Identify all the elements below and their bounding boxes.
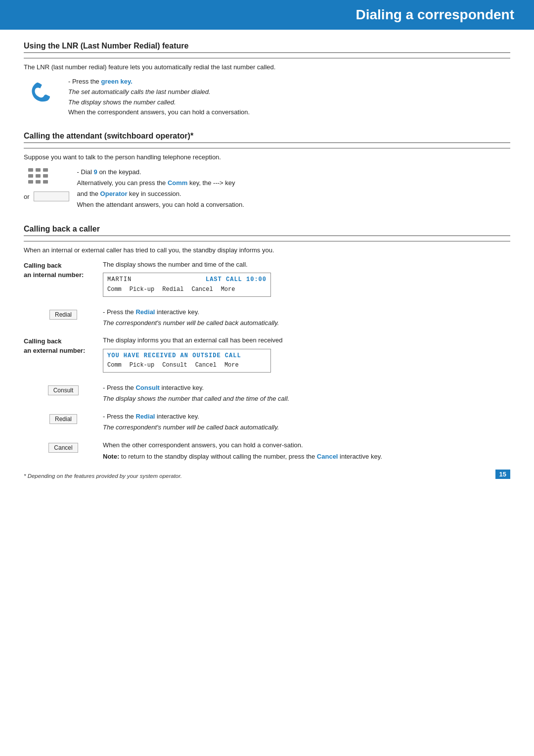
lnr-normal1: When the correspondent answers, you can …: [68, 107, 250, 118]
attendant-row: or - Dial 9 on the keypad. Alternatively…: [24, 167, 510, 210]
redial-int-key-name: Redial: [135, 308, 155, 316]
svg-rect-2: [43, 168, 48, 172]
cancel-button[interactable]: Cancel: [48, 443, 78, 453]
svg-rect-1: [36, 168, 41, 172]
callback-internal-desc: The display shows the number and time of…: [103, 260, 510, 270]
when-text: When the other correspondent answers, yo…: [103, 440, 510, 451]
callback-divider: [24, 241, 510, 241]
ext-menu-consult: Consult: [162, 361, 187, 370]
note-label: Note:: [103, 453, 119, 460]
consult-key-name: Consult: [135, 384, 159, 391]
redial-ext-button[interactable]: Redial: [49, 414, 77, 424]
keypad-svg: [25, 166, 51, 188]
svg-rect-8: [43, 180, 48, 184]
menu-cancel: Cancel: [191, 285, 213, 294]
ext-menu-more: More: [224, 361, 239, 370]
or-row: or: [24, 191, 69, 201]
attendant-section: Calling the attendant (switchboard opera…: [24, 132, 510, 210]
display-outside: YOU HAVE RECEIVED AN OUTSIDE CALL: [107, 351, 241, 361]
menu-comm: Comm: [107, 285, 122, 294]
cancel-content: When the other correspondent answers, yo…: [103, 440, 510, 462]
lnr-row: - Press the green key. The set automatic…: [24, 77, 510, 118]
svg-rect-0: [28, 168, 33, 172]
lnr-steps: - Press the green key. The set automatic…: [68, 77, 250, 118]
keypad-icon: [24, 167, 52, 188]
page-number: 15: [495, 470, 510, 479]
svg-rect-6: [28, 180, 33, 184]
consult-content: - Press the Consult interactive key. The…: [103, 382, 510, 404]
ext-menu-pickup: Pick-up: [130, 361, 154, 370]
redial-int-label-col: Redial: [24, 307, 103, 323]
callback-section: Calling back a caller When an internal o…: [24, 225, 510, 479]
or-label: or: [24, 193, 30, 200]
redial-int-button[interactable]: Redial: [49, 310, 77, 320]
redial-int-italic: The correspondent's number will be calle…: [103, 318, 510, 329]
ext-menu-comm: Comm: [107, 361, 122, 370]
callback-section-title: Calling back a caller: [24, 225, 510, 236]
display-lastcall: LAST CALL 10:00: [206, 275, 267, 284]
attendant-operator: and the Operator key in succession.: [77, 189, 244, 199]
internal-display-row1: MARTIN LAST CALL 10:00: [107, 275, 267, 284]
lnr-italic1: The set automatically calls the last num…: [68, 87, 250, 97]
external-display-box: YOU HAVE RECEIVED AN OUTSIDE CALL Comm P…: [103, 349, 271, 373]
consult-button[interactable]: Consult: [48, 385, 79, 395]
cancel-key-name: Cancel: [317, 453, 338, 460]
attendant-icons: or: [24, 167, 69, 201]
attendant-divider: [24, 148, 510, 148]
attendant-description: Suppose you want to talk to the person h…: [24, 153, 510, 161]
note-text: Note: to return to the standby display w…: [103, 451, 510, 462]
cancel-key-row: Cancel When the other correspondent answ…: [24, 440, 510, 462]
lnr-divider: [24, 58, 510, 58]
green-key-label: green key.: [101, 78, 132, 85]
footnote-row: * Depending on the features provided by …: [24, 469, 510, 479]
lnr-section: Using the LNR (Last Number Redial) featu…: [24, 42, 510, 118]
lnr-italic2: The display shows the number called.: [68, 97, 250, 108]
redial-ext-key-row: Redial - Press the Redial interactive ke…: [24, 411, 510, 433]
operator-label: Operator: [100, 190, 128, 197]
consult-italic: The display shows the number that called…: [103, 393, 510, 404]
green-key-icon: [24, 77, 58, 106]
ext-menu-cancel: Cancel: [195, 361, 217, 370]
internal-display-menu: Comm Pick-up Redial Cancel More: [107, 285, 267, 294]
display-martin: MARTIN: [107, 275, 132, 284]
menu-pickup: Pick-up: [130, 285, 154, 294]
consult-label-col: Consult: [24, 382, 103, 398]
attendant-step1: - Dial 9 on the keypad.: [77, 167, 244, 178]
main-content: Using the LNR (Last Number Redial) featu…: [0, 30, 534, 500]
lnr-description: The LNR (last number redial) feature let…: [24, 63, 510, 71]
redial-internal-key-row: Redial - Press the Redial interactive ke…: [24, 307, 510, 329]
operator-key-box: [34, 191, 69, 201]
external-display-menu: Comm Pick-up Consult Cancel More: [107, 361, 267, 370]
callback-external-row: Calling back an external number: The dis…: [24, 335, 510, 376]
svg-rect-7: [36, 180, 41, 184]
redial-int-content: - Press the Redial interactive key. The …: [103, 307, 510, 329]
callback-internal-label: Calling back an internal number:: [24, 260, 103, 280]
attendant-9: 9: [94, 168, 97, 176]
callback-external-content: The display informs you that an external…: [103, 335, 510, 376]
attendant-text: - Dial 9 on the keypad. Alternatively, y…: [77, 167, 244, 210]
lnr-step1: - Press the green key.: [68, 77, 250, 87]
svg-rect-5: [43, 174, 48, 178]
redial-ext-content: - Press the Redial interactive key. The …: [103, 411, 510, 433]
consult-key-row: Consult - Press the Consult interactive …: [24, 382, 510, 404]
attendant-section-title: Calling the attendant (switchboard opera…: [24, 132, 510, 143]
menu-redial: Redial: [162, 285, 183, 294]
page-header: Dialing a correspondent: [0, 0, 534, 30]
redial-ext-italic: The correspondent's number will be calle…: [103, 422, 510, 433]
callback-internal-content: The display shows the number and time of…: [103, 260, 510, 300]
redial-ext-label-col: Redial: [24, 411, 103, 427]
lnr-section-title: Using the LNR (Last Number Redial) featu…: [24, 42, 510, 53]
page-title: Dialing a correspondent: [356, 7, 515, 22]
callback-external-label: Calling back an external number:: [24, 335, 103, 356]
external-display-row1: YOU HAVE RECEIVED AN OUTSIDE CALL: [107, 351, 267, 361]
cancel-label-col: Cancel: [24, 440, 103, 456]
svg-rect-4: [36, 174, 41, 178]
callback-description: When an internal or external caller has …: [24, 246, 510, 254]
svg-rect-3: [28, 174, 33, 178]
callback-internal-row: Calling back an internal number: The dis…: [24, 260, 510, 300]
handset-svg: [27, 79, 55, 104]
redial-ext-key-name: Redial: [135, 413, 155, 420]
attendant-normal: When the attendant answers, you can hold…: [77, 199, 244, 210]
callback-external-desc: The display informs you that an external…: [103, 335, 510, 346]
footnote-text: * Depending on the features provided by …: [24, 473, 182, 479]
